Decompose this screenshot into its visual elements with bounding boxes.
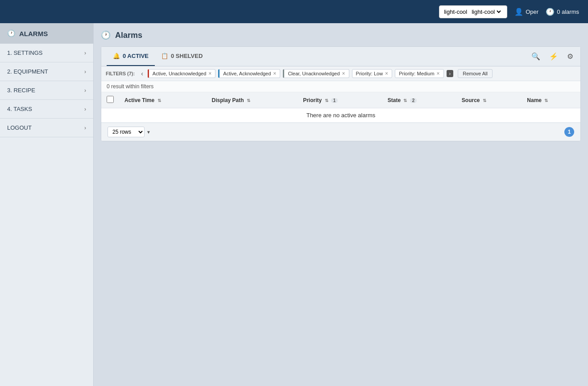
tab-shelved[interactable]: 📋 0 SHELVED <box>155 47 209 66</box>
sidebar-item-recipe-label: 3. RECIPE <box>7 87 35 94</box>
col-priority-badge: 1 <box>331 98 338 103</box>
col-state-badge: 2 <box>410 98 417 103</box>
table-header-display-path[interactable]: Display Path ⇅ <box>207 92 298 108</box>
search-button[interactable]: 🔍 <box>530 50 542 62</box>
rows-dropdown-arrow: ▼ <box>146 130 151 135</box>
alarm-table: Active Time ⇅ Display Path ⇅ Priority ⇅ … <box>101 92 580 123</box>
col-active-time-label: Active Time <box>124 97 154 103</box>
chevron-right-icon: › <box>84 50 86 56</box>
chevron-right-icon: › <box>84 125 86 131</box>
theme-selector[interactable]: light-cool light-cool dark light <box>439 5 507 18</box>
alarm-header-icon: 🕐 <box>7 29 16 37</box>
results-text: 0 result within filters <box>107 83 153 90</box>
table-header-name[interactable]: Name ⇅ <box>522 92 580 108</box>
user-info: 👤 Oper <box>514 8 538 16</box>
tab-active-bell-icon: 🔔 <box>113 53 120 59</box>
tab-shelved-icon: 📋 <box>161 53 168 59</box>
filter-tag-active-unack-text: Active, Unacknowledged <box>153 71 206 76</box>
user-icon: 👤 <box>514 8 523 16</box>
filter-tag-priority-medium: Priority: Medium × <box>395 69 443 78</box>
rows-per-page-select[interactable]: 10 rows 25 rows 50 rows 100 rows <box>108 127 145 137</box>
sidebar-item-equipment[interactable]: 2. EQUIPMENT › <box>0 62 93 81</box>
table-header-source[interactable]: Source ⇅ <box>456 92 522 108</box>
filter-tag-priority-medium-close[interactable]: × <box>437 70 440 77</box>
tab-active-label: 0 ACTIVE <box>123 53 149 59</box>
filter-tag-active-unack-close[interactable]: × <box>208 70 211 77</box>
table-header-priority[interactable]: Priority ⇅ 1 <box>298 92 382 108</box>
table-footer: 10 rows 25 rows 50 rows 100 rows ▼ 1 <box>101 123 580 141</box>
nav-alarms-info: 🕐 0 alarms <box>546 8 579 16</box>
filter-overflow-button[interactable]: › <box>447 70 454 77</box>
table-empty-row: There are no active alarms <box>101 108 580 123</box>
remove-all-filters-button[interactable]: Remove All <box>458 69 493 78</box>
filter-tag-active-unack: Active, Unacknowledged × <box>148 69 215 78</box>
filter-tag-priority-low-text: Priority: Low <box>356 71 383 76</box>
sort-icon-active-time: ⇅ <box>157 98 161 103</box>
tab-active[interactable]: 🔔 0 ACTIVE <box>107 47 155 66</box>
page-indicator: 1 <box>564 127 574 137</box>
tab-actions: 🔍 ⚡ ⚙ <box>530 50 575 62</box>
filter-tag-active-ack-text: Active, Acknowledged <box>223 71 271 76</box>
filter-tag-priority-low: Priority: Low × <box>352 69 393 78</box>
sort-icon-name: ⇅ <box>544 98 548 103</box>
sidebar-item-logout-label: LOGOUT <box>7 124 32 131</box>
filter-tag-active-ack: Active, Acknowledged × <box>218 69 280 78</box>
content-area: 🕐 Alarms 🔔 0 ACTIVE 📋 0 SHELVED 🔍 ⚡ ⚙ <box>94 23 588 386</box>
page-title: Alarms <box>115 31 142 40</box>
sidebar-title: ALARMS <box>19 30 48 37</box>
theme-dropdown[interactable]: light-cool dark light <box>470 8 502 16</box>
col-source-label: Source <box>462 97 480 103</box>
content-header: 🕐 Alarms <box>101 30 581 40</box>
filter-tag-clear-unack: Clear, Unacknowledged × <box>283 69 349 78</box>
sidebar-item-settings[interactable]: 1. SETTINGS › <box>0 44 93 62</box>
user-name: Oper <box>526 8 538 15</box>
alarms-count-label: 0 alarms <box>557 8 579 15</box>
chevron-right-icon: › <box>84 87 86 94</box>
filter-prev-button[interactable]: ‹ <box>139 69 145 78</box>
sidebar-item-tasks-label: 4. TASKS <box>7 106 32 112</box>
sidebar-item-recipe[interactable]: 3. RECIPE › <box>0 81 93 100</box>
col-name-label: Name <box>527 97 542 103</box>
page-number: 1 <box>568 129 571 135</box>
sort-icon-priority: ⇅ <box>325 98 328 103</box>
filter-tag-clear-unack-text: Clear, Unacknowledged <box>288 71 340 76</box>
sidebar-item-equipment-label: 2. EQUIPMENT <box>7 68 48 75</box>
chevron-right-icon: › <box>84 106 86 112</box>
filter-label: FILTERS (7): <box>106 71 135 76</box>
page-title-icon: 🕐 <box>101 30 111 40</box>
sidebar-header: 🕐 ALARMS <box>0 23 93 44</box>
filter-row: FILTERS (7): ‹ Active, Unacknowledged × … <box>101 66 580 81</box>
sidebar-item-tasks[interactable]: 4. TASKS › <box>0 100 93 119</box>
col-display-path-label: Display Path <box>212 97 244 103</box>
filter-tag-active-ack-close[interactable]: × <box>273 70 276 77</box>
theme-value: light-cool <box>444 8 467 15</box>
rows-select-wrapper[interactable]: 10 rows 25 rows 50 rows 100 rows ▼ <box>108 127 151 137</box>
sort-icon-display-path: ⇅ <box>247 98 250 103</box>
table-header-row: Active Time ⇅ Display Path ⇅ Priority ⇅ … <box>101 92 580 108</box>
settings-button[interactable]: ⚙ <box>565 50 575 62</box>
top-nav: light-cool light-cool dark light 👤 Oper … <box>0 0 588 23</box>
table-header-active-time[interactable]: Active Time ⇅ <box>119 92 207 108</box>
empty-message-text: There are no active alarms <box>306 112 376 119</box>
table-header-state[interactable]: State ⇅ 2 <box>382 92 456 108</box>
sort-icon-source: ⇅ <box>483 98 486 103</box>
filter-tag-priority-medium-text: Priority: Medium <box>399 71 434 76</box>
filter-tag-priority-low-close[interactable]: × <box>385 70 388 77</box>
select-all-checkbox[interactable] <box>107 96 114 103</box>
results-row: 0 result within filters <box>101 81 580 92</box>
alarm-table-wrapper: Active Time ⇅ Display Path ⇅ Priority ⇅ … <box>101 92 580 123</box>
tab-shelved-label: 0 SHELVED <box>171 53 203 59</box>
filter-tag-clear-unack-close[interactable]: × <box>342 70 345 77</box>
tabs-row: 🔔 0 ACTIVE 📋 0 SHELVED 🔍 ⚡ ⚙ <box>101 47 580 66</box>
table-header-checkbox <box>101 92 119 108</box>
filter-button[interactable]: ⚡ <box>547 50 560 62</box>
alarms-panel: 🔔 0 ACTIVE 📋 0 SHELVED 🔍 ⚡ ⚙ FILTERS (7)… <box>101 46 581 141</box>
sidebar-item-logout[interactable]: LOGOUT › <box>0 119 93 137</box>
col-priority-label: Priority <box>303 97 322 103</box>
sidebar-item-settings-label: 1. SETTINGS <box>7 49 42 56</box>
main-layout: 🕐 ALARMS 1. SETTINGS › 2. EQUIPMENT › 3.… <box>0 23 588 386</box>
alarm-clock-icon: 🕐 <box>546 8 555 16</box>
sidebar: 🕐 ALARMS 1. SETTINGS › 2. EQUIPMENT › 3.… <box>0 23 94 386</box>
chevron-right-icon: › <box>84 69 86 75</box>
sort-icon-state: ⇅ <box>403 98 407 103</box>
